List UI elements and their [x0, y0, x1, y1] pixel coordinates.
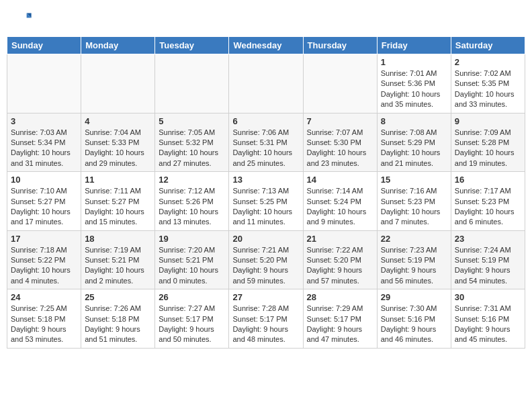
logo — [13, 12, 34, 31]
cell-info: Sunrise: 7:20 AM Sunset: 5:21 PM Dayligh… — [159, 245, 225, 287]
calendar-cell: 13Sunrise: 7:13 AM Sunset: 5:25 PM Dayli… — [229, 172, 303, 231]
calendar-cell: 12Sunrise: 7:12 AM Sunset: 5:26 PM Dayli… — [155, 172, 229, 231]
calendar-week-row: 17Sunrise: 7:18 AM Sunset: 5:22 PM Dayli… — [7, 230, 525, 289]
day-number: 18 — [85, 234, 151, 244]
page-header — [7, 7, 525, 34]
calendar-cell: 7Sunrise: 7:07 AM Sunset: 5:30 PM Daylig… — [303, 113, 377, 172]
day-number: 26 — [159, 292, 225, 302]
calendar-cell: 27Sunrise: 7:28 AM Sunset: 5:17 PM Dayli… — [229, 289, 303, 349]
day-number: 16 — [455, 175, 521, 185]
calendar-cell: 16Sunrise: 7:17 AM Sunset: 5:23 PM Dayli… — [451, 172, 525, 231]
day-number: 9 — [455, 116, 521, 126]
cell-info: Sunrise: 7:23 AM Sunset: 5:19 PM Dayligh… — [381, 245, 447, 287]
day-number: 2 — [455, 57, 521, 67]
cell-info: Sunrise: 7:09 AM Sunset: 5:28 PM Dayligh… — [455, 128, 521, 169]
calendar-cell: 11Sunrise: 7:11 AM Sunset: 5:27 PM Dayli… — [81, 172, 155, 231]
calendar-cell: 25Sunrise: 7:26 AM Sunset: 5:18 PM Dayli… — [81, 289, 155, 349]
cell-info: Sunrise: 7:03 AM Sunset: 5:34 PM Dayligh… — [11, 128, 77, 169]
cell-info: Sunrise: 7:01 AM Sunset: 5:36 PM Dayligh… — [381, 68, 447, 110]
calendar-table: SundayMondayTuesdayWednesdayThursdayFrid… — [7, 36, 525, 349]
cell-info: Sunrise: 7:02 AM Sunset: 5:35 PM Dayligh… — [455, 68, 521, 110]
day-number: 27 — [232, 292, 299, 302]
calendar-cell — [155, 54, 229, 113]
calendar-week-row: 3Sunrise: 7:03 AM Sunset: 5:34 PM Daylig… — [7, 113, 525, 172]
cell-info: Sunrise: 7:19 AM Sunset: 5:21 PM Dayligh… — [85, 245, 151, 287]
calendar-cell: 18Sunrise: 7:19 AM Sunset: 5:21 PM Dayli… — [81, 230, 155, 289]
calendar-cell: 4Sunrise: 7:04 AM Sunset: 5:33 PM Daylig… — [81, 113, 155, 172]
weekday-header-monday: Monday — [81, 37, 155, 54]
calendar-cell: 2Sunrise: 7:02 AM Sunset: 5:35 PM Daylig… — [451, 54, 525, 113]
calendar-cell: 19Sunrise: 7:20 AM Sunset: 5:21 PM Dayli… — [155, 230, 229, 289]
logo-icon — [13, 9, 32, 28]
cell-info: Sunrise: 7:25 AM Sunset: 5:18 PM Dayligh… — [11, 304, 77, 345]
calendar-cell — [303, 54, 377, 113]
calendar-cell: 26Sunrise: 7:27 AM Sunset: 5:17 PM Dayli… — [155, 289, 229, 349]
cell-info: Sunrise: 7:30 AM Sunset: 5:16 PM Dayligh… — [381, 304, 447, 345]
cell-info: Sunrise: 7:04 AM Sunset: 5:33 PM Dayligh… — [85, 128, 151, 169]
calendar-cell: 17Sunrise: 7:18 AM Sunset: 5:22 PM Dayli… — [7, 230, 81, 289]
cell-info: Sunrise: 7:12 AM Sunset: 5:26 PM Dayligh… — [159, 186, 225, 228]
calendar-cell: 10Sunrise: 7:10 AM Sunset: 5:27 PM Dayli… — [7, 172, 81, 231]
cell-info: Sunrise: 7:10 AM Sunset: 5:27 PM Dayligh… — [11, 186, 77, 228]
day-number: 22 — [381, 234, 447, 244]
day-number: 17 — [11, 234, 77, 244]
calendar-cell: 8Sunrise: 7:08 AM Sunset: 5:29 PM Daylig… — [377, 113, 451, 172]
calendar-cell — [7, 54, 81, 113]
cell-info: Sunrise: 7:21 AM Sunset: 5:20 PM Dayligh… — [232, 245, 299, 287]
cell-info: Sunrise: 7:18 AM Sunset: 5:22 PM Dayligh… — [11, 245, 77, 287]
weekday-header-friday: Friday — [377, 37, 451, 54]
calendar-header-row: SundayMondayTuesdayWednesdayThursdayFrid… — [7, 37, 525, 54]
cell-info: Sunrise: 7:26 AM Sunset: 5:18 PM Dayligh… — [85, 304, 151, 345]
weekday-header-tuesday: Tuesday — [155, 37, 229, 54]
calendar-cell: 22Sunrise: 7:23 AM Sunset: 5:19 PM Dayli… — [377, 230, 451, 289]
day-number: 8 — [381, 116, 447, 126]
calendar-cell: 3Sunrise: 7:03 AM Sunset: 5:34 PM Daylig… — [7, 113, 81, 172]
cell-info: Sunrise: 7:05 AM Sunset: 5:32 PM Dayligh… — [159, 128, 225, 169]
day-number: 5 — [159, 116, 225, 126]
calendar-cell — [229, 54, 303, 113]
weekday-header-sunday: Sunday — [7, 37, 81, 54]
cell-info: Sunrise: 7:11 AM Sunset: 5:27 PM Dayligh… — [85, 186, 151, 228]
calendar-cell: 1Sunrise: 7:01 AM Sunset: 5:36 PM Daylig… — [377, 54, 451, 113]
day-number: 15 — [381, 175, 447, 185]
cell-info: Sunrise: 7:07 AM Sunset: 5:30 PM Dayligh… — [307, 128, 373, 169]
day-number: 29 — [381, 292, 447, 302]
day-number: 13 — [232, 175, 299, 185]
day-number: 30 — [455, 292, 521, 302]
cell-info: Sunrise: 7:27 AM Sunset: 5:17 PM Dayligh… — [159, 304, 225, 345]
cell-info: Sunrise: 7:14 AM Sunset: 5:24 PM Dayligh… — [307, 186, 373, 228]
calendar-cell: 5Sunrise: 7:05 AM Sunset: 5:32 PM Daylig… — [155, 113, 229, 172]
day-number: 10 — [11, 175, 77, 185]
calendar-cell: 14Sunrise: 7:14 AM Sunset: 5:24 PM Dayli… — [303, 172, 377, 231]
day-number: 6 — [232, 116, 299, 126]
calendar-cell: 30Sunrise: 7:31 AM Sunset: 5:16 PM Dayli… — [451, 289, 525, 349]
cell-info: Sunrise: 7:13 AM Sunset: 5:25 PM Dayligh… — [232, 186, 299, 228]
day-number: 21 — [307, 234, 373, 244]
cell-info: Sunrise: 7:17 AM Sunset: 5:23 PM Dayligh… — [455, 186, 521, 228]
cell-info: Sunrise: 7:16 AM Sunset: 5:23 PM Dayligh… — [381, 186, 447, 228]
calendar-cell: 15Sunrise: 7:16 AM Sunset: 5:23 PM Dayli… — [377, 172, 451, 231]
calendar-week-row: 24Sunrise: 7:25 AM Sunset: 5:18 PM Dayli… — [7, 289, 525, 349]
cell-info: Sunrise: 7:22 AM Sunset: 5:20 PM Dayligh… — [307, 245, 373, 287]
cell-info: Sunrise: 7:28 AM Sunset: 5:17 PM Dayligh… — [232, 304, 299, 345]
weekday-header-thursday: Thursday — [303, 37, 377, 54]
calendar-cell: 24Sunrise: 7:25 AM Sunset: 5:18 PM Dayli… — [7, 289, 81, 349]
calendar-cell: 23Sunrise: 7:24 AM Sunset: 5:19 PM Dayli… — [451, 230, 525, 289]
weekday-header-wednesday: Wednesday — [229, 37, 303, 54]
day-number: 7 — [307, 116, 373, 126]
calendar-cell: 28Sunrise: 7:29 AM Sunset: 5:17 PM Dayli… — [303, 289, 377, 349]
day-number: 3 — [11, 116, 77, 126]
calendar-week-row: 1Sunrise: 7:01 AM Sunset: 5:36 PM Daylig… — [7, 54, 525, 113]
day-number: 14 — [307, 175, 373, 185]
day-number: 11 — [85, 175, 151, 185]
cell-info: Sunrise: 7:29 AM Sunset: 5:17 PM Dayligh… — [307, 304, 373, 345]
day-number: 4 — [85, 116, 151, 126]
calendar-cell: 21Sunrise: 7:22 AM Sunset: 5:20 PM Dayli… — [303, 230, 377, 289]
calendar-cell: 6Sunrise: 7:06 AM Sunset: 5:31 PM Daylig… — [229, 113, 303, 172]
weekday-header-saturday: Saturday — [451, 37, 525, 54]
day-number: 20 — [232, 234, 299, 244]
calendar-cell: 29Sunrise: 7:30 AM Sunset: 5:16 PM Dayli… — [377, 289, 451, 349]
day-number: 28 — [307, 292, 373, 302]
day-number: 1 — [381, 57, 447, 67]
cell-info: Sunrise: 7:24 AM Sunset: 5:19 PM Dayligh… — [455, 245, 521, 287]
